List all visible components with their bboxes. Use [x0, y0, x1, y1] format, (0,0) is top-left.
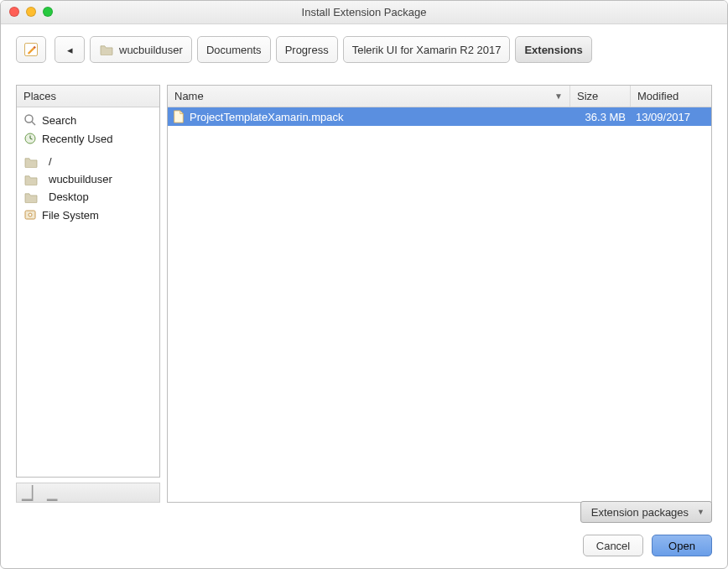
open-button[interactable]: Open	[652, 535, 712, 556]
traffic-lights	[9, 7, 53, 17]
file-type-filter[interactable]: Extension packages ▼	[580, 501, 712, 523]
pencil-icon	[23, 41, 39, 58]
folder-icon	[23, 191, 39, 203]
breadcrumb-item-3[interactable]: Telerik UI for Xamarin R2 2017	[343, 36, 511, 63]
bottom-bar: Extension packages ▼ Cancel Open	[16, 501, 712, 556]
column-size[interactable]: Size	[570, 86, 631, 107]
folder-icon	[23, 174, 39, 185]
breadcrumb-back-button[interactable]: ◂	[55, 36, 85, 63]
sidebar-item-filesystem[interactable]: File System	[17, 206, 159, 224]
minimize-window-button[interactable]	[26, 7, 36, 17]
svg-point-1	[25, 115, 33, 123]
sidebar-label: Recently Used	[42, 133, 113, 145]
cancel-button[interactable]: Cancel	[583, 535, 643, 556]
breadcrumb-item-0[interactable]: wucbuilduser	[90, 36, 192, 63]
column-label: Modified	[637, 90, 679, 102]
breadcrumb-label: Progress	[285, 44, 329, 56]
sidebar-item-root[interactable]: /	[17, 153, 159, 170]
filter-label: Extension packages	[591, 506, 689, 519]
folder-icon	[23, 156, 39, 168]
breadcrumb-label: Documents	[206, 44, 262, 56]
file-name: ProjectTemplateXamarin.mpack	[190, 111, 344, 123]
window-title: Install Extension Package	[302, 6, 427, 18]
folder-icon	[99, 44, 114, 55]
file-row[interactable]: ProjectTemplateXamarin.mpack 36.3 MB 13/…	[168, 107, 711, 126]
toolbar: ◂ wucbuilduser Documents Progress Teleri…	[1, 24, 727, 73]
sidebar-item-recent[interactable]: Recently Used	[17, 129, 159, 148]
sidebar-label: wucbuilduser	[49, 173, 112, 185]
chevron-down-icon: ▼	[697, 508, 705, 516]
svg-point-7	[29, 213, 32, 217]
breadcrumb-label: Telerik UI for Xamarin R2 2017	[352, 44, 502, 56]
column-modified[interactable]: Modified	[631, 86, 711, 107]
sort-indicator-icon: ▼	[554, 91, 563, 101]
edit-path-button[interactable]	[16, 36, 46, 63]
sidebar-footer: ▁▏ ▁	[16, 483, 160, 503]
sidebar-label: Search	[42, 114, 76, 127]
breadcrumb-label: wucbuilduser	[119, 44, 183, 56]
sidebar-label: File System	[42, 209, 99, 222]
sidebar-list: Search Recently Used / wucbuilduser	[17, 107, 159, 227]
sidebar-label: /	[49, 155, 52, 168]
sidebar: Places Search Recently Used / wucbuil	[16, 85, 160, 503]
path-segment-icon: ▁	[47, 485, 57, 501]
column-headers: Name ▼ Size Modified	[168, 86, 711, 107]
breadcrumb-item-2[interactable]: Progress	[276, 36, 338, 63]
file-icon	[173, 110, 185, 123]
breadcrumb: ◂ wucbuilduser Documents Progress Teleri…	[55, 36, 592, 63]
file-panel: Name ▼ Size Modified ProjectTemplateXama…	[167, 85, 712, 503]
clock-icon	[23, 132, 37, 145]
file-size: 36.3 MB	[570, 111, 631, 123]
sidebar-item-home[interactable]: wucbuilduser	[17, 170, 159, 188]
search-icon	[23, 113, 37, 127]
zoom-window-button[interactable]	[43, 7, 53, 17]
sidebar-header: Places	[17, 86, 159, 107]
breadcrumb-item-1[interactable]: Documents	[197, 36, 271, 63]
file-list[interactable]: ProjectTemplateXamarin.mpack 36.3 MB 13/…	[168, 107, 711, 502]
breadcrumb-label: Extensions	[524, 44, 582, 56]
close-window-button[interactable]	[9, 7, 19, 17]
breadcrumb-item-4[interactable]: Extensions	[515, 36, 591, 63]
path-segment-icon: ▁▏	[22, 485, 42, 501]
sidebar-label: Desktop	[49, 191, 89, 203]
column-label: Name	[174, 90, 204, 102]
column-name[interactable]: Name ▼	[168, 86, 570, 107]
titlebar: Install Extension Package	[1, 1, 727, 24]
sidebar-item-desktop[interactable]: Desktop	[17, 188, 159, 206]
back-icon: ◂	[67, 44, 73, 56]
sidebar-item-search[interactable]: Search	[17, 111, 159, 129]
drive-icon	[23, 208, 37, 222]
file-modified: 13/09/2017	[631, 111, 711, 123]
column-label: Size	[577, 90, 598, 102]
svg-line-2	[32, 122, 35, 125]
